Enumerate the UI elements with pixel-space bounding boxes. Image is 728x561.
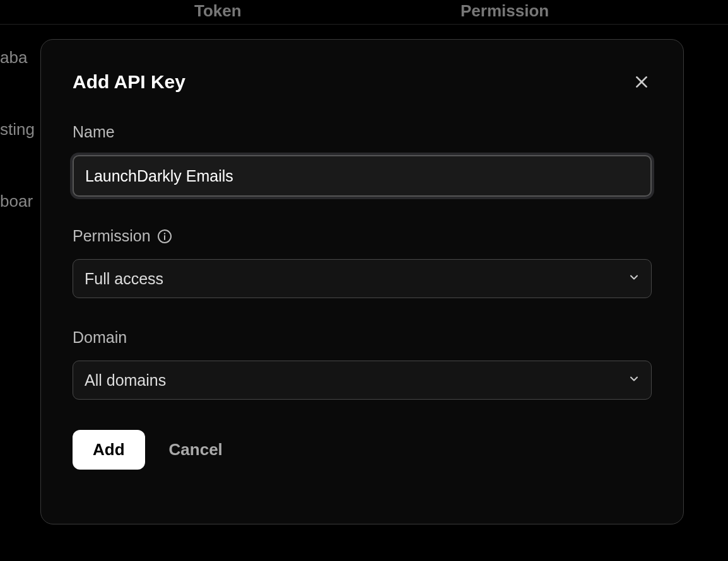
domain-label: Domain	[73, 328, 652, 347]
svg-point-4	[163, 233, 165, 234]
permission-label-text: Permission	[73, 227, 151, 245]
cancel-button[interactable]: Cancel	[169, 440, 223, 460]
modal-header: Add API Key	[73, 71, 652, 93]
permission-select[interactable]: Full access	[73, 259, 652, 298]
permission-field-group: Permission Full access	[73, 227, 652, 298]
add-api-key-modal: Add API Key Name Permission	[40, 39, 684, 524]
domain-value: All domains	[85, 371, 166, 390]
bg-divider	[0, 24, 728, 25]
close-button[interactable]	[631, 72, 652, 92]
name-field-group: Name	[73, 123, 652, 197]
permission-value: Full access	[85, 270, 163, 288]
domain-select[interactable]: All domains	[73, 361, 652, 400]
bg-permission-header: Permission	[461, 1, 549, 21]
close-icon	[633, 74, 650, 90]
permission-select-wrapper: Full access	[73, 259, 652, 298]
modal-title: Add API Key	[73, 71, 185, 93]
button-row: Add Cancel	[73, 430, 652, 470]
domain-select-wrapper: All domains	[73, 361, 652, 400]
info-icon[interactable]	[157, 229, 172, 244]
name-input[interactable]	[73, 155, 652, 197]
bg-snippet-2: sting	[0, 120, 35, 139]
domain-field-group: Domain All domains	[73, 328, 652, 400]
bg-snippet-3: boar	[0, 192, 33, 211]
permission-label: Permission	[73, 227, 652, 245]
name-label: Name	[73, 123, 652, 141]
bg-token-header: Token	[194, 1, 242, 21]
bg-snippet-1: aba	[0, 48, 27, 67]
add-button[interactable]: Add	[73, 430, 145, 470]
